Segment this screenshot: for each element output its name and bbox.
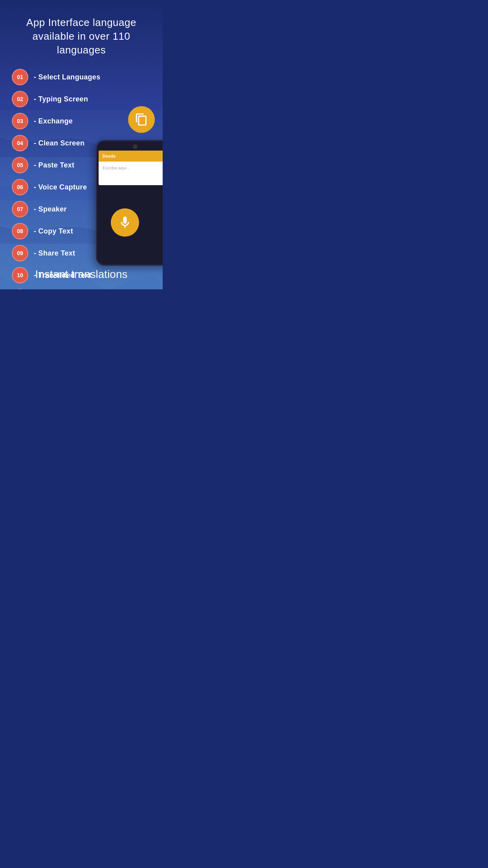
phone-input-area: Escriba aqui... — [99, 162, 163, 185]
feature-badge-06: 06 — [12, 179, 28, 195]
feature-label-05: - Paste Text — [34, 161, 74, 169]
feature-item-01: 01- Select Languages — [12, 69, 151, 85]
main-container: App Interface language available in over… — [0, 0, 163, 289]
microphone-button[interactable] — [111, 208, 139, 237]
feature-label-08: - Copy Text — [34, 227, 73, 235]
feature-badge-01: 01 — [12, 69, 28, 85]
header-section: App Interface language available in over… — [0, 0, 163, 65]
phone-bar: Desde — [99, 151, 163, 162]
copy-button[interactable] — [128, 106, 155, 133]
feature-badge-04: 04 — [12, 135, 28, 151]
feature-item-11: 11- Settings — [12, 289, 151, 289]
phone-screen: Desde Escriba aqui... — [99, 151, 163, 185]
phone-camera — [133, 144, 138, 149]
feature-badge-05: 05 — [12, 157, 28, 173]
feature-item-02: 02- Typing Screen — [12, 91, 151, 107]
feature-label-09: - Share Text — [34, 249, 75, 257]
feature-label-03: - Exchange — [34, 117, 73, 125]
header-title: App Interface language available in over… — [8, 16, 155, 57]
footer-section: Instant translations — [0, 267, 163, 281]
copy-icon — [135, 113, 148, 126]
feature-badge-02: 02 — [12, 91, 28, 107]
feature-label-06: - Voice Capture — [34, 183, 87, 191]
phone-mockup: Desde Escriba aqui... — [96, 140, 163, 266]
feature-label-04: - Clean Screen — [34, 139, 84, 147]
feature-badge-07: 07 — [12, 201, 28, 217]
feature-badge-08: 08 — [12, 223, 28, 239]
feature-badge-09: 09 — [12, 245, 28, 261]
feature-label-01: - Select Languages — [34, 73, 100, 81]
feature-label-02: - Typing Screen — [34, 95, 88, 103]
microphone-icon — [118, 215, 132, 230]
feature-badge-11: 11 — [12, 289, 28, 289]
footer-title: Instant translations — [0, 267, 163, 281]
feature-label-07: - Speaker — [34, 205, 67, 213]
feature-badge-03: 03 — [12, 113, 28, 129]
